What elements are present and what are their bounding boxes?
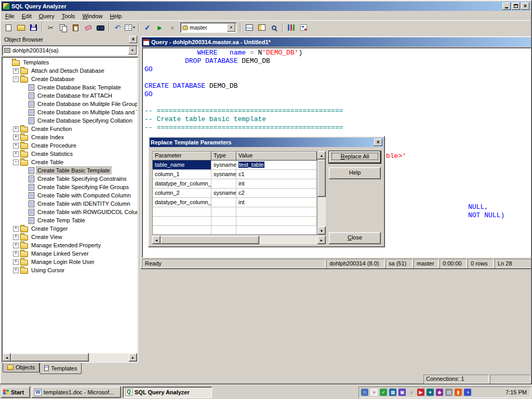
- expand-plus-icon[interactable]: +: [13, 68, 19, 74]
- tree-item[interactable]: Create Temp Table: [3, 216, 137, 224]
- expand-plus-icon[interactable]: +: [13, 126, 19, 132]
- main-titlebar[interactable]: SQL Query Analyzer ×: [2, 2, 530, 11]
- grid-vertical-scrollbar[interactable]: ▲ ▼: [317, 151, 326, 235]
- expand-plus-icon[interactable]: +: [13, 226, 19, 232]
- find-button[interactable]: [95, 22, 107, 33]
- menu-edit[interactable]: Edit: [18, 12, 35, 20]
- parameter-value-cell[interactable]: int: [236, 179, 317, 189]
- tree-item[interactable]: +Manage Extended Property: [3, 241, 137, 249]
- new-query-button[interactable]: [3, 22, 15, 33]
- tree-item[interactable]: Create Table Specifying File Groups: [3, 183, 137, 191]
- tree-item[interactable]: Create Database Basic Template: [3, 83, 137, 91]
- tree-item[interactable]: +Attach and Detach Database: [3, 66, 137, 75]
- expand-plus-icon[interactable]: +: [13, 259, 19, 265]
- scroll-left-button[interactable]: ◄: [3, 353, 11, 362]
- printer-icon[interactable]: ▤: [445, 389, 453, 396]
- tree-item[interactable]: +Manage Linked Server: [3, 249, 137, 258]
- tree-item[interactable]: Create Table Basic Template: [3, 166, 137, 175]
- object-browser-toggle-button[interactable]: [256, 22, 268, 33]
- expand-plus-icon[interactable]: +: [13, 268, 19, 273]
- copy-button[interactable]: [57, 22, 69, 33]
- tab-templates[interactable]: Templates: [39, 363, 82, 374]
- execute-query-button[interactable]: [154, 22, 166, 33]
- dialog-close-button[interactable]: ×: [374, 139, 382, 146]
- scrollbar-track[interactable]: [11, 353, 129, 362]
- cut-button[interactable]: [45, 22, 57, 33]
- tree-item[interactable]: Templates: [3, 58, 137, 66]
- grid-horizontal-scrollbar[interactable]: ◄ ►: [152, 236, 326, 244]
- battery-icon[interactable]: ▮: [455, 389, 462, 396]
- collapse-minus-icon[interactable]: −: [13, 159, 19, 165]
- execute-mode-dropdown[interactable]: ▼: [132, 26, 136, 29]
- maximize-button[interactable]: [512, 3, 520, 10]
- scroll-left-button[interactable]: ◄: [152, 236, 161, 244]
- tree-item[interactable]: +Create Index: [3, 133, 137, 141]
- open-file-button[interactable]: [15, 22, 27, 33]
- column-header-parameter[interactable]: Parameter: [153, 152, 211, 161]
- collapse-minus-icon[interactable]: −: [13, 76, 19, 82]
- parameter-value-cell[interactable]: test_table: [236, 161, 317, 170]
- parameter-row[interactable]: column_1sysnamec1: [153, 170, 317, 179]
- tree-item[interactable]: Create Table with ROWGUIDCOL Colun: [3, 208, 137, 216]
- tree-item[interactable]: +Create Function: [3, 125, 137, 133]
- scroll-right-button[interactable]: ►: [317, 236, 326, 244]
- dialog-close-action-button[interactable]: Close: [329, 232, 381, 244]
- parameter-name-cell[interactable]: datatype_for_column_2: [153, 198, 211, 207]
- parameter-name-cell[interactable]: datatype_for_column_1: [153, 179, 211, 189]
- menu-window[interactable]: Window: [78, 12, 106, 20]
- tree-item[interactable]: Create Database on Multiple Data and T: [3, 108, 137, 116]
- show-results-pane-button[interactable]: [243, 22, 255, 33]
- update-shield-icon[interactable]: ✓: [380, 389, 387, 396]
- expand-plus-icon[interactable]: +: [13, 135, 19, 140]
- display-settings-icon[interactable]: ▣: [398, 389, 406, 396]
- parameter-value-cell[interactable]: int: [236, 198, 317, 207]
- parameter-row[interactable]: table_namesysnametest_table: [153, 161, 317, 170]
- current-activity-button[interactable]: [285, 22, 297, 33]
- clock-sync-icon[interactable]: ◑: [464, 389, 471, 396]
- tree-item[interactable]: Create Database Specifying Collation: [3, 116, 137, 125]
- column-header-type[interactable]: Type: [211, 152, 236, 161]
- execute-mode-button[interactable]: ▼: [124, 22, 136, 33]
- expand-plus-icon[interactable]: +: [13, 151, 19, 157]
- database-combo[interactable]: master▼: [180, 22, 236, 33]
- estimated-execution-plan-button[interactable]: [298, 22, 310, 33]
- dialog-titlebar[interactable]: Replace Template Parameters ×: [150, 138, 383, 147]
- menu-help[interactable]: Help: [107, 12, 126, 20]
- tree-item[interactable]: Create Table with Computed Column: [3, 191, 137, 200]
- scroll-right-button[interactable]: ►: [129, 353, 137, 362]
- query-titlebar[interactable]: Query - dohlph200314.master.sa - Untitle…: [142, 37, 531, 47]
- connection-combo[interactable]: dohlph200314(sa) ▼: [2, 45, 138, 56]
- tree-item[interactable]: +Create Statistics: [3, 150, 137, 158]
- tree-item[interactable]: Create Table with IDENTITY Column: [3, 200, 137, 208]
- tree-item[interactable]: +Create View: [3, 233, 137, 241]
- database-combo-dropdown[interactable]: ▼: [227, 23, 235, 32]
- tree-item[interactable]: +Create Procedure: [3, 141, 137, 150]
- parse-query-button[interactable]: [141, 22, 153, 33]
- scroll-down-button[interactable]: ▼: [317, 227, 326, 235]
- network-icon[interactable]: ▦: [389, 389, 396, 396]
- close-button[interactable]: ×: [521, 3, 529, 10]
- tree-item[interactable]: +Manage Login Role User: [3, 258, 137, 266]
- taskbar-task[interactable]: Wtemplates1.doc - Microsof...: [32, 387, 121, 398]
- help-button[interactable]: Help: [329, 167, 381, 179]
- scrollbar-track[interactable]: [161, 236, 317, 244]
- scrollbar-thumb[interactable]: [161, 236, 259, 244]
- replace-all-button[interactable]: Replace All: [329, 151, 381, 163]
- parameter-value-cell[interactable]: c2: [236, 189, 317, 198]
- expand-plus-icon[interactable]: +: [13, 251, 19, 257]
- expand-plus-icon[interactable]: +: [13, 234, 19, 240]
- parameter-row[interactable]: datatype_for_column_2int: [153, 198, 317, 207]
- tree-item[interactable]: +Using Cursor: [3, 266, 137, 274]
- sql-server-service-icon[interactable]: ▶: [417, 389, 424, 396]
- start-button[interactable]: Start: [1, 387, 30, 398]
- scroll-up-button[interactable]: ▲: [317, 151, 326, 159]
- object-search-button[interactable]: [268, 22, 280, 33]
- scheduler-icon[interactable]: ◆: [436, 389, 443, 396]
- tree-item[interactable]: Create Database on Mulitple File Groups: [3, 100, 137, 108]
- parameter-row[interactable]: datatype_for_column_1int: [153, 179, 317, 189]
- tab-objects[interactable]: Objects: [3, 363, 39, 373]
- paste-button[interactable]: [70, 22, 82, 33]
- undo-button[interactable]: [112, 22, 124, 33]
- connection-combo-dropdown[interactable]: ▼: [128, 46, 137, 55]
- parameter-row[interactable]: column_2sysnamec2: [153, 189, 317, 198]
